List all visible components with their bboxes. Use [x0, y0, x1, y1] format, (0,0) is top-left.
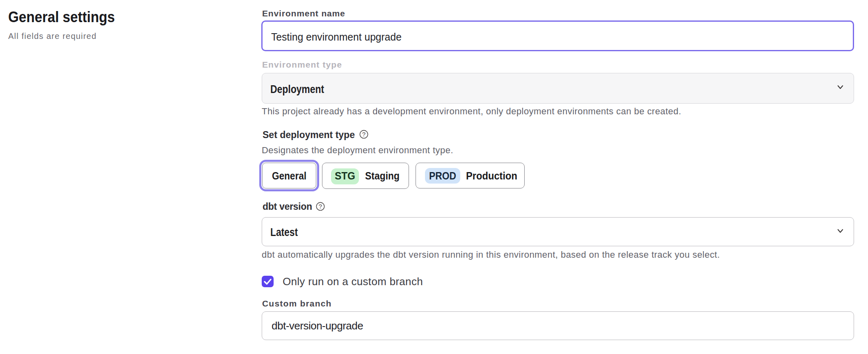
- svg-text:?: ?: [319, 203, 322, 210]
- svg-text:?: ?: [362, 131, 365, 138]
